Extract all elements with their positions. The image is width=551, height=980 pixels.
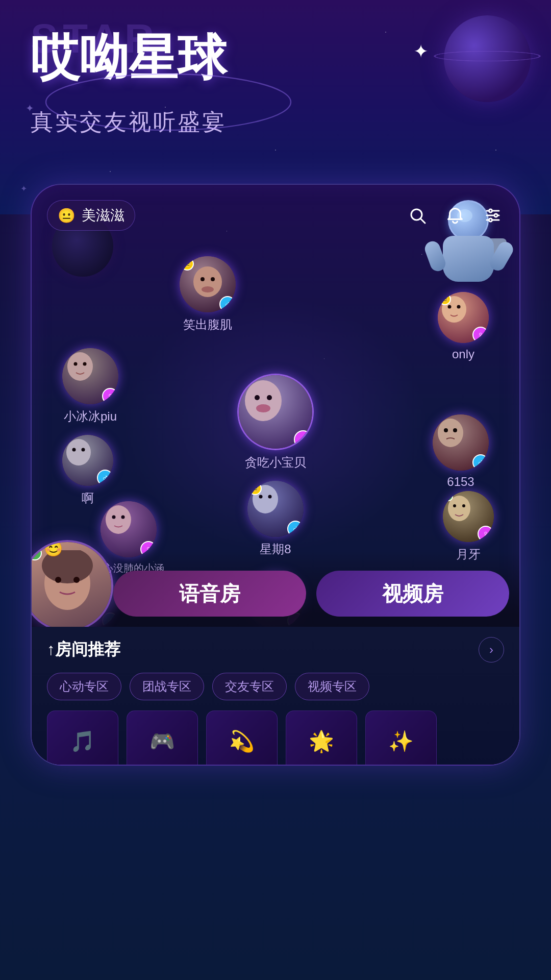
user-name: 美滋滋 — [82, 206, 124, 225]
gender-badge: ♀ — [294, 430, 312, 449]
svg-point-0 — [46, 74, 291, 130]
avatar-xingqi8: ♂ 😐 — [247, 481, 304, 537]
tag-xindong[interactable]: 心动专区 — [47, 673, 121, 700]
room-tags: 心动专区 团战专区 交友专区 视频专区 — [47, 673, 504, 700]
room-thumb-1[interactable]: 🎵 — [47, 710, 118, 766]
gender-badge: ♀ — [472, 327, 489, 343]
settings-svg — [484, 206, 502, 225]
room-header: ↑房间推荐 › — [47, 637, 504, 663]
voice-room-button[interactable]: 语音房 — [113, 571, 306, 617]
astronaut-suit — [443, 236, 494, 282]
orbit-svg — [41, 71, 296, 133]
avatar-yueya: ♀ — [443, 491, 494, 542]
main-card: 😐 美滋滋 — [31, 184, 520, 766]
search-icon[interactable] — [406, 204, 429, 227]
avatar-meixin: ♀ — [101, 501, 157, 557]
user-tag[interactable]: 😐 美滋滋 — [47, 200, 135, 231]
room-arrow-button[interactable]: › — [479, 637, 504, 663]
bell-icon[interactable] — [444, 204, 466, 227]
tag-jiaoyou[interactable]: 交友专区 — [212, 673, 287, 700]
status-indicator — [241, 377, 251, 387]
bubble-name-tanchi: 贪吃小宝贝 — [245, 454, 306, 471]
my-avatar-emoji: 😊 — [44, 540, 63, 557]
svg-line-2 — [421, 219, 425, 223]
gender-badge: ♂ — [472, 454, 489, 471]
bubble-xiaobing[interactable]: ♀ 小冰冰piu — [62, 348, 118, 425]
search-svg — [408, 206, 427, 225]
tag-tuanzhan[interactable]: 团战专区 — [130, 673, 204, 700]
my-avatar-face — [31, 542, 111, 630]
gender-badge: ♂ — [287, 521, 304, 537]
hero-star-small-2: ✦ — [20, 184, 27, 193]
room-thumb-5[interactable]: ✨ — [365, 710, 437, 766]
bubble-name-only: only — [452, 347, 474, 361]
hero-section: STAR 哎呦星球 真实交友视听盛宴 ✦ ✦ ✦ — [0, 0, 551, 214]
bubble-name-6153: 6153 — [447, 475, 474, 489]
orbit-curve — [41, 71, 296, 133]
room-title: ↑房间推荐 — [47, 639, 120, 661]
room-thumb-3[interactable]: 💫 — [206, 710, 278, 766]
top-bar: 😐 美滋滋 — [47, 200, 504, 231]
gender-badge: ♂ — [97, 470, 113, 486]
gender-badge: ♂ — [219, 296, 236, 312]
svg-point-8 — [489, 218, 492, 222]
bottom-section: 😊 语音房 视频房 ↑房间推荐 › 心动专区 团战专区 交友专区 — [32, 550, 519, 765]
bubble-a[interactable]: ♂ 啊 — [62, 435, 113, 506]
tag-shipin[interactable]: 视频专区 — [295, 673, 369, 700]
status-indicator: 😐 — [181, 257, 194, 271]
room-thumb-2[interactable]: 🎮 — [127, 710, 198, 766]
top-icons-group — [406, 204, 504, 227]
arrow-icon: › — [489, 643, 493, 657]
room-thumbnails: 🎵 🎮 💫 🌟 ✨ — [47, 710, 504, 766]
avatar-tanchi: ♀ — [237, 374, 314, 450]
my-avatar[interactable]: 😊 — [31, 540, 113, 632]
avatar-xiaobing: ♀ — [62, 348, 118, 404]
svg-point-46 — [55, 577, 61, 583]
room-thumb-4[interactable]: 🌟 — [286, 710, 357, 766]
gender-badge: ♀ — [478, 526, 494, 542]
status-indicator: 😐 — [248, 482, 262, 495]
video-room-button[interactable]: 视频房 — [316, 571, 509, 617]
card-inner: 😐 美滋滋 — [32, 185, 519, 765]
hero-planet — [429, 15, 531, 117]
avatar-6153: ♂ — [433, 414, 489, 471]
bubble-xingqi8[interactable]: ♂ 😐 星期8 — [247, 481, 304, 557]
settings-icon[interactable] — [482, 204, 504, 227]
hero-sparkle: ✦ — [413, 41, 429, 62]
bubble-xiaochuduji[interactable]: ♂ 😐 笑出腹肌 — [180, 256, 236, 333]
user-emoji: 😐 — [58, 207, 76, 224]
bubble-6153[interactable]: ♂ 6153 — [433, 414, 489, 489]
svg-point-6 — [489, 209, 492, 212]
bell-svg — [446, 206, 464, 225]
status-indicator — [444, 492, 453, 501]
avatar-a: ♂ — [62, 435, 113, 486]
gender-badge: ♀ — [102, 388, 118, 404]
svg-point-47 — [73, 577, 80, 583]
bubble-name-xiaobing: 小冰冰piu — [64, 408, 117, 425]
hero-star-small-1: ✦ — [26, 102, 36, 112]
bubble-name-a: 啊 — [82, 490, 94, 506]
my-face-svg — [37, 550, 98, 622]
bubble-name-xiaochuduji: 笑出腹肌 — [183, 316, 232, 333]
room-section: ↑房间推荐 › 心动专区 团战专区 交友专区 视频专区 🎵 🎮 💫 🌟 — [32, 627, 519, 765]
action-buttons: 语音房 视频房 — [113, 571, 509, 617]
planet-ring — [434, 51, 541, 62]
avatar-xiaochuduji: ♂ 😐 — [180, 256, 236, 312]
svg-point-7 — [494, 214, 497, 217]
bubble-tanchi[interactable]: ♀ 贪吃小宝贝 — [237, 374, 314, 471]
